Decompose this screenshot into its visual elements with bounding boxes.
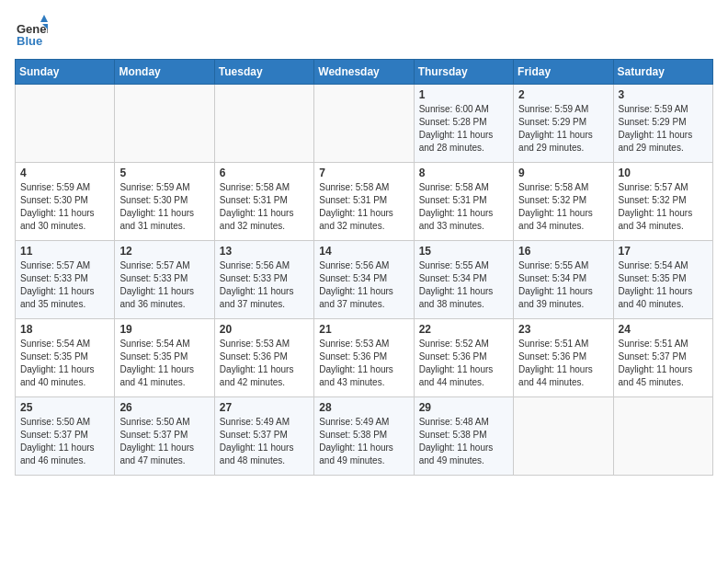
calendar-cell: 18Sunrise: 5:54 AMSunset: 5:35 PMDayligh… bbox=[16, 319, 115, 397]
page-header: General Blue bbox=[15, 15, 713, 48]
calendar-cell: 27Sunrise: 5:49 AMSunset: 5:37 PMDayligh… bbox=[214, 397, 313, 476]
day-info: Sunrise: 5:58 AMSunset: 5:31 PMDaylight:… bbox=[220, 181, 309, 233]
calendar-cell bbox=[115, 85, 214, 163]
day-number: 20 bbox=[220, 323, 309, 336]
day-number: 2 bbox=[518, 88, 608, 101]
day-info: Sunrise: 5:50 AMSunset: 5:37 PMDaylight:… bbox=[20, 416, 109, 467]
day-number: 28 bbox=[319, 401, 408, 414]
day-number: 4 bbox=[20, 167, 109, 179]
calendar-cell: 16Sunrise: 5:55 AMSunset: 5:34 PMDayligh… bbox=[514, 241, 613, 319]
day-number: 8 bbox=[419, 167, 508, 179]
calendar-cell: 29Sunrise: 5:48 AMSunset: 5:38 PMDayligh… bbox=[414, 397, 513, 476]
day-number: 9 bbox=[518, 167, 608, 179]
calendar-cell: 6Sunrise: 5:58 AMSunset: 5:31 PMDaylight… bbox=[214, 163, 313, 241]
day-info: Sunrise: 5:58 AMSunset: 5:32 PMDaylight:… bbox=[518, 181, 608, 233]
calendar-week-1: 1Sunrise: 6:00 AMSunset: 5:28 PMDaylight… bbox=[16, 85, 713, 163]
day-info: Sunrise: 5:54 AMSunset: 5:35 PMDaylight:… bbox=[619, 259, 708, 311]
day-info: Sunrise: 5:57 AMSunset: 5:32 PMDaylight:… bbox=[619, 181, 708, 233]
calendar-cell: 3Sunrise: 5:59 AMSunset: 5:29 PMDaylight… bbox=[613, 85, 712, 163]
calendar-cell: 13Sunrise: 5:56 AMSunset: 5:33 PMDayligh… bbox=[214, 241, 313, 319]
day-info: Sunrise: 5:49 AMSunset: 5:37 PMDaylight:… bbox=[220, 416, 309, 467]
calendar-cell: 2Sunrise: 5:59 AMSunset: 5:29 PMDaylight… bbox=[514, 85, 613, 163]
day-number: 25 bbox=[20, 401, 109, 414]
calendar-cell: 28Sunrise: 5:49 AMSunset: 5:38 PMDayligh… bbox=[314, 397, 414, 476]
day-number: 17 bbox=[619, 245, 708, 258]
calendar-cell: 7Sunrise: 5:58 AMSunset: 5:31 PMDaylight… bbox=[314, 163, 414, 241]
day-number: 13 bbox=[220, 245, 309, 258]
day-number: 15 bbox=[419, 245, 508, 258]
day-number: 24 bbox=[619, 323, 708, 336]
day-info: Sunrise: 5:59 AMSunset: 5:29 PMDaylight:… bbox=[518, 103, 608, 155]
day-number: 6 bbox=[220, 167, 309, 179]
calendar-cell bbox=[16, 85, 115, 163]
day-info: Sunrise: 5:53 AMSunset: 5:36 PMDaylight:… bbox=[319, 338, 408, 389]
calendar-table: SundayMondayTuesdayWednesdayThursdayFrid… bbox=[15, 59, 713, 476]
calendar-cell: 23Sunrise: 5:51 AMSunset: 5:36 PMDayligh… bbox=[514, 319, 613, 397]
calendar-cell: 12Sunrise: 5:57 AMSunset: 5:33 PMDayligh… bbox=[115, 241, 214, 319]
day-info: Sunrise: 5:59 AMSunset: 5:30 PMDaylight:… bbox=[119, 181, 209, 233]
calendar-cell: 1Sunrise: 6:00 AMSunset: 5:28 PMDaylight… bbox=[414, 85, 513, 163]
day-number: 18 bbox=[20, 323, 109, 336]
day-info: Sunrise: 5:55 AMSunset: 5:34 PMDaylight:… bbox=[419, 259, 508, 311]
logo: General Blue bbox=[15, 15, 53, 48]
day-info: Sunrise: 5:48 AMSunset: 5:38 PMDaylight:… bbox=[419, 416, 508, 467]
calendar-cell: 19Sunrise: 5:54 AMSunset: 5:35 PMDayligh… bbox=[115, 319, 214, 397]
calendar-cell bbox=[214, 85, 313, 163]
day-number: 3 bbox=[619, 88, 708, 101]
day-number: 16 bbox=[518, 245, 608, 258]
calendar-cell: 22Sunrise: 5:52 AMSunset: 5:36 PMDayligh… bbox=[414, 319, 513, 397]
day-info: Sunrise: 5:59 AMSunset: 5:30 PMDaylight:… bbox=[20, 181, 109, 233]
calendar-cell: 20Sunrise: 5:53 AMSunset: 5:36 PMDayligh… bbox=[214, 319, 313, 397]
calendar-cell: 4Sunrise: 5:59 AMSunset: 5:30 PMDaylight… bbox=[16, 163, 115, 241]
calendar-cell: 9Sunrise: 5:58 AMSunset: 5:32 PMDaylight… bbox=[514, 163, 613, 241]
day-info: Sunrise: 5:51 AMSunset: 5:36 PMDaylight:… bbox=[518, 338, 608, 389]
calendar-cell: 14Sunrise: 5:56 AMSunset: 5:34 PMDayligh… bbox=[314, 241, 414, 319]
calendar-cell: 15Sunrise: 5:55 AMSunset: 5:34 PMDayligh… bbox=[414, 241, 513, 319]
day-info: Sunrise: 5:54 AMSunset: 5:35 PMDaylight:… bbox=[20, 338, 109, 389]
day-info: Sunrise: 5:56 AMSunset: 5:33 PMDaylight:… bbox=[220, 259, 309, 311]
svg-marker-2 bbox=[40, 15, 48, 22]
day-number: 12 bbox=[119, 245, 209, 258]
day-info: Sunrise: 5:51 AMSunset: 5:37 PMDaylight:… bbox=[619, 338, 708, 389]
day-number: 7 bbox=[319, 167, 408, 179]
svg-text:Blue: Blue bbox=[17, 34, 42, 48]
calendar-header-row: SundayMondayTuesdayWednesdayThursdayFrid… bbox=[16, 60, 713, 85]
col-header-saturday: Saturday bbox=[613, 60, 712, 85]
calendar-week-4: 18Sunrise: 5:54 AMSunset: 5:35 PMDayligh… bbox=[16, 319, 713, 397]
calendar-cell bbox=[514, 397, 613, 476]
day-number: 1 bbox=[419, 88, 508, 101]
day-info: Sunrise: 6:00 AMSunset: 5:28 PMDaylight:… bbox=[419, 103, 508, 155]
col-header-sunday: Sunday bbox=[16, 60, 115, 85]
day-info: Sunrise: 5:55 AMSunset: 5:34 PMDaylight:… bbox=[518, 259, 608, 311]
col-header-friday: Friday bbox=[514, 60, 613, 85]
calendar-cell: 11Sunrise: 5:57 AMSunset: 5:33 PMDayligh… bbox=[16, 241, 115, 319]
calendar-cell: 8Sunrise: 5:58 AMSunset: 5:31 PMDaylight… bbox=[414, 163, 513, 241]
calendar-week-3: 11Sunrise: 5:57 AMSunset: 5:33 PMDayligh… bbox=[16, 241, 713, 319]
calendar-week-5: 25Sunrise: 5:50 AMSunset: 5:37 PMDayligh… bbox=[16, 397, 713, 476]
calendar-cell: 10Sunrise: 5:57 AMSunset: 5:32 PMDayligh… bbox=[613, 163, 712, 241]
col-header-tuesday: Tuesday bbox=[214, 60, 313, 85]
calendar-cell bbox=[314, 85, 414, 163]
day-info: Sunrise: 5:50 AMSunset: 5:37 PMDaylight:… bbox=[119, 416, 209, 467]
day-info: Sunrise: 5:54 AMSunset: 5:35 PMDaylight:… bbox=[119, 338, 209, 389]
col-header-thursday: Thursday bbox=[414, 60, 513, 85]
day-number: 26 bbox=[119, 401, 209, 414]
day-number: 11 bbox=[20, 245, 109, 258]
day-number: 5 bbox=[119, 167, 209, 179]
day-info: Sunrise: 5:59 AMSunset: 5:29 PMDaylight:… bbox=[619, 103, 708, 155]
day-info: Sunrise: 5:56 AMSunset: 5:34 PMDaylight:… bbox=[319, 259, 408, 311]
day-info: Sunrise: 5:58 AMSunset: 5:31 PMDaylight:… bbox=[319, 181, 408, 233]
day-number: 19 bbox=[119, 323, 209, 336]
calendar-cell: 25Sunrise: 5:50 AMSunset: 5:37 PMDayligh… bbox=[16, 397, 115, 476]
day-number: 22 bbox=[419, 323, 508, 336]
logo-icon: General Blue bbox=[15, 15, 48, 48]
calendar-week-2: 4Sunrise: 5:59 AMSunset: 5:30 PMDaylight… bbox=[16, 163, 713, 241]
day-number: 10 bbox=[619, 167, 708, 179]
day-info: Sunrise: 5:57 AMSunset: 5:33 PMDaylight:… bbox=[20, 259, 109, 311]
day-number: 23 bbox=[518, 323, 608, 336]
calendar-cell: 5Sunrise: 5:59 AMSunset: 5:30 PMDaylight… bbox=[115, 163, 214, 241]
col-header-monday: Monday bbox=[115, 60, 214, 85]
day-number: 27 bbox=[220, 401, 309, 414]
day-info: Sunrise: 5:52 AMSunset: 5:36 PMDaylight:… bbox=[419, 338, 508, 389]
calendar-cell: 21Sunrise: 5:53 AMSunset: 5:36 PMDayligh… bbox=[314, 319, 414, 397]
